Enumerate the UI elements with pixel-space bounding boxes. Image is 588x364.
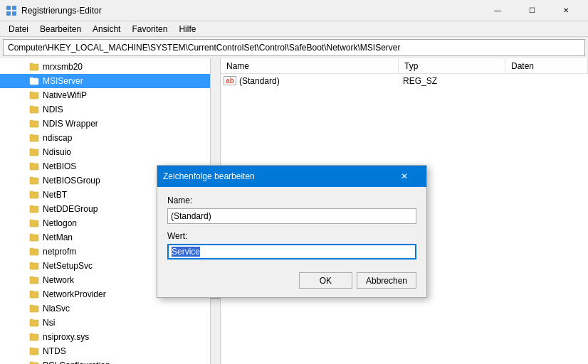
tree-item[interactable]: NDIS Wrapper bbox=[0, 117, 220, 131]
dialog-close-button[interactable]: ✕ bbox=[388, 166, 421, 187]
folder-icon bbox=[28, 203, 40, 215]
tree-item-label: NDIS Wrapper bbox=[43, 119, 98, 129]
tree-item-label: NTDS bbox=[43, 346, 66, 356]
window-controls: — ☐ ✕ bbox=[481, 0, 582, 21]
folder-icon bbox=[28, 75, 40, 87]
tree-item-label: Nsi bbox=[43, 318, 55, 328]
svg-rect-2 bbox=[6, 11, 11, 16]
tree-item[interactable]: NTDS bbox=[0, 344, 220, 358]
tree-item-label: mrxsmb20 bbox=[43, 62, 83, 72]
tree-item-label: NetBIOS bbox=[43, 161, 76, 171]
close-button[interactable]: ✕ bbox=[550, 0, 582, 21]
tree-item-label: Netlogon bbox=[43, 218, 77, 228]
tree-item-label: nsiproxy.sys bbox=[43, 332, 89, 342]
folder-icon bbox=[28, 118, 40, 129]
name-label: Name: bbox=[167, 196, 416, 205]
title-bar: Registrierungs-Editor — ☐ ✕ bbox=[0, 0, 588, 21]
address-path: Computer\HKEY_LOCAL_MACHINE\SYSTEM\Curre… bbox=[8, 43, 401, 53]
folder-icon bbox=[28, 132, 40, 144]
folder-icon bbox=[28, 303, 40, 314]
name-input[interactable] bbox=[167, 208, 416, 224]
tree-item-label: Ndisuio bbox=[43, 147, 71, 157]
col-header-name: Name bbox=[221, 58, 399, 73]
column-headers: Name Typ Daten bbox=[221, 58, 588, 74]
window-title: Registrierungs-Editor bbox=[21, 6, 481, 16]
folder-icon bbox=[28, 104, 40, 115]
tree-item[interactable]: NlaSvc bbox=[0, 301, 220, 316]
folder-icon bbox=[28, 61, 40, 73]
folder-icon bbox=[28, 175, 40, 186]
folder-icon bbox=[28, 360, 40, 364]
cancel-button[interactable]: Abbrechen bbox=[357, 272, 416, 289]
folder-icon bbox=[28, 90, 40, 101]
tree-item[interactable]: mrxsmb20 bbox=[0, 60, 220, 74]
menu-favoriten[interactable]: Favoriten bbox=[126, 23, 173, 36]
folder-icon bbox=[28, 274, 40, 286]
menu-bar: Datei Bearbeiten Ansicht Favoriten Hilfe bbox=[0, 21, 588, 37]
tree-item[interactable]: nsiproxy.sys bbox=[0, 330, 220, 344]
tree-item-label: NetBIOSGroup bbox=[43, 176, 100, 186]
folder-icon bbox=[28, 331, 40, 343]
address-bar: Computer\HKEY_LOCAL_MACHINE\SYSTEM\Curre… bbox=[3, 39, 585, 56]
dialog-title: Zeichenfolge bearbeiten bbox=[163, 171, 388, 181]
ok-button[interactable]: OK bbox=[299, 272, 352, 289]
tree-item-label: NetSetupSvc bbox=[43, 261, 93, 271]
folder-icon bbox=[28, 146, 40, 158]
reg-type-icon: ab bbox=[224, 75, 236, 87]
svg-rect-0 bbox=[6, 6, 11, 10]
registry-row[interactable]: ab (Standard) REG_SZ bbox=[221, 74, 588, 88]
tree-item[interactable]: NDIS bbox=[0, 102, 220, 117]
folder-icon bbox=[28, 260, 40, 272]
tree-item-label: NativeWifiP bbox=[43, 90, 87, 100]
wert-input[interactable] bbox=[167, 244, 416, 259]
menu-bearbeiten[interactable]: Bearbeiten bbox=[34, 23, 87, 36]
dialog-body: Name: Wert: OK Abbrechen bbox=[157, 187, 426, 297]
folder-icon bbox=[28, 346, 40, 357]
tree-item[interactable]: Ndisuio bbox=[0, 145, 220, 159]
svg-rect-1 bbox=[12, 6, 16, 10]
reg-type: REG_SZ bbox=[403, 76, 510, 86]
tree-item[interactable]: MSIServer bbox=[0, 74, 220, 88]
folder-icon bbox=[28, 317, 40, 328]
tree-item-label: NDIS bbox=[43, 105, 63, 114]
tree-item-label: NetDDEGroup bbox=[43, 204, 98, 214]
folder-icon bbox=[28, 289, 40, 300]
menu-datei[interactable]: Datei bbox=[3, 23, 34, 36]
tree-item[interactable]: PCI Configuration bbox=[0, 358, 220, 364]
tree-item[interactable]: Nsi bbox=[0, 316, 220, 330]
tree-item[interactable]: NativeWifiP bbox=[0, 88, 220, 102]
folder-icon bbox=[28, 232, 40, 243]
col-header-type: Typ bbox=[399, 58, 505, 73]
tree-item-label: MSIServer bbox=[43, 76, 83, 86]
minimize-button[interactable]: — bbox=[481, 0, 514, 21]
folder-icon bbox=[28, 246, 40, 257]
tree-item-label: netprofm bbox=[43, 247, 76, 257]
tree-item-label: PCI Configuration bbox=[43, 360, 110, 364]
dialog-buttons: OK Abbrechen bbox=[167, 272, 416, 289]
folder-icon bbox=[28, 218, 40, 229]
dialog-titlebar: Zeichenfolge bearbeiten ✕ bbox=[157, 166, 426, 187]
tree-item-label: NetBT bbox=[43, 190, 67, 200]
col-header-data: Daten bbox=[505, 58, 588, 73]
svg-rect-3 bbox=[12, 11, 16, 16]
tree-item-label: NetworkProvider bbox=[43, 289, 106, 299]
tree-item-label: NetMan bbox=[43, 232, 73, 242]
tree-item-label: Network bbox=[43, 275, 74, 285]
dialog: Zeichenfolge bearbeiten ✕ Name: Wert: OK… bbox=[157, 165, 427, 298]
wert-label: Wert: bbox=[167, 231, 416, 241]
menu-ansicht[interactable]: Ansicht bbox=[87, 23, 126, 36]
folder-icon bbox=[28, 161, 40, 172]
main-area: mrxsmb20 MSIServer NativeWifiP NDIS NDIS… bbox=[0, 58, 588, 364]
menu-hilfe[interactable]: Hilfe bbox=[173, 23, 201, 36]
tree-item-label: ndiscap bbox=[43, 133, 72, 143]
maximize-button[interactable]: ☐ bbox=[515, 0, 548, 21]
folder-icon bbox=[28, 189, 40, 200]
tree-item[interactable]: ndiscap bbox=[0, 131, 220, 145]
reg-name: (Standard) bbox=[239, 76, 403, 86]
app-icon bbox=[6, 5, 17, 16]
tree-item-label: NlaSvc bbox=[43, 304, 70, 314]
